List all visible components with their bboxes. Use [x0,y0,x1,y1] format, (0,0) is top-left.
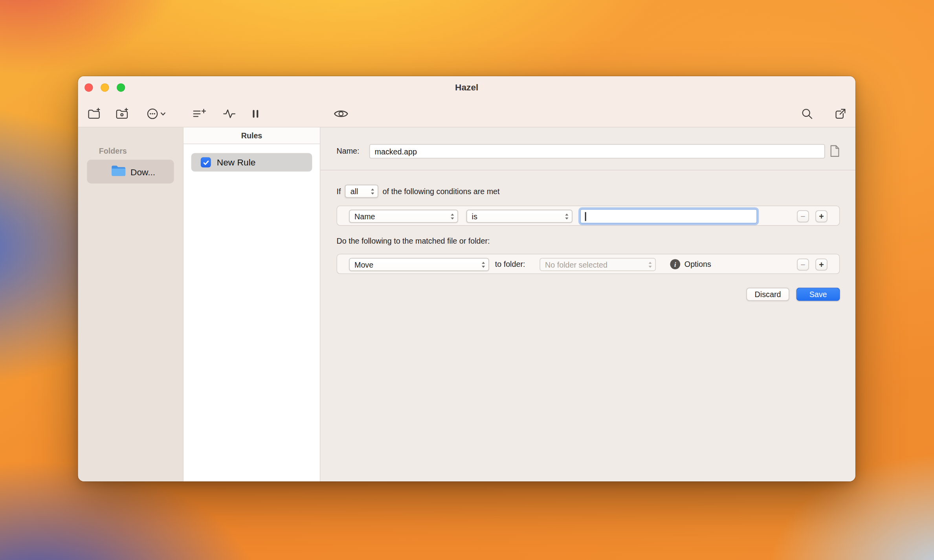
condition-operator-popup[interactable]: is [466,210,573,223]
condition-row: Name is − + [337,206,840,226]
action-verb-value: Move [354,260,373,269]
add-rule-button[interactable] [189,104,210,123]
condition-operator-value: is [472,212,477,221]
rule-editor-pane: Name: If all of the following conditions… [321,127,855,481]
preview-button[interactable] [330,104,352,123]
search-button[interactable] [798,104,817,123]
sidebar-item-downloads[interactable]: Dow... [87,160,174,184]
rule-document-icon[interactable] [830,145,840,160]
conditions-prefix: If [337,187,341,196]
destination-folder-value: No folder selected [545,260,607,269]
new-folder-icon [87,106,101,121]
chevron-up-down-icon [450,212,455,220]
folder-icon [111,164,126,179]
pause-button[interactable] [247,104,264,123]
condition-attribute-popup[interactable]: Name [349,210,458,223]
info-icon[interactable]: i [670,259,680,269]
open-external-icon [833,107,847,121]
chevron-up-down-icon [481,261,486,268]
remove-condition-button[interactable]: − [797,210,809,222]
condition-attribute-value: Name [354,212,375,221]
actions-heading: Do the following to the matched file or … [337,237,490,246]
rule-list-item[interactable]: New Rule [191,153,312,172]
rule-name-field-label: Name: [337,147,360,156]
new-rule-icon [192,106,207,121]
to-folder-label: to folder: [495,260,525,269]
action-options-label[interactable]: Options [684,260,711,269]
discard-button[interactable]: Discard [746,288,789,301]
match-mode-value: all [350,187,358,196]
remove-action-button[interactable]: − [797,259,809,270]
hazel-window: Hazel [78,76,855,481]
folders-heading: Folders [99,147,127,156]
folder-actions-menu-button[interactable] [143,104,170,123]
folders-sidebar: Folders Dow... [78,127,183,481]
chevron-up-down-icon [371,187,375,195]
match-mode-popup[interactable]: all [345,185,378,198]
sidebar-item-label: Dow... [130,167,155,177]
window-chrome: Hazel [78,76,855,127]
open-external-button[interactable] [830,104,850,123]
activity-icon [222,106,236,121]
desktop-wallpaper: Hazel [0,0,934,560]
toolbar [78,100,855,128]
pause-icon [250,106,261,121]
add-action-button[interactable]: + [815,259,827,270]
rules-list-column: Rules New Rule [183,127,320,481]
rule-enabled-checkbox[interactable] [201,157,211,167]
window-title: Hazel [78,82,855,92]
chevron-up-down-icon [565,212,569,220]
save-button[interactable]: Save [796,288,840,301]
action-row: Move to folder: No folder selected i Opt… [337,254,840,274]
condition-value-input[interactable] [580,209,757,223]
activity-button[interactable] [220,104,239,123]
rule-name-input[interactable] [369,144,825,158]
editor-divider [321,170,855,171]
action-verb-popup[interactable]: Move [349,258,489,271]
destination-folder-popup[interactable]: No folder selected [539,258,656,271]
conditions-header-row: If all of the following conditions are m… [337,185,500,198]
rules-list-header: Rules [183,127,320,144]
chevron-up-down-icon [648,261,652,268]
add-folder-button[interactable] [84,104,104,123]
preview-eye-icon [333,106,349,121]
add-condition-button[interactable]: + [815,210,827,222]
add-smart-folder-button[interactable] [113,104,132,123]
text-caret [585,212,586,221]
conditions-suffix: of the following conditions are met [383,187,500,196]
new-smart-folder-icon [115,106,129,121]
rule-name-label: New Rule [217,157,256,167]
more-actions-menu-icon [146,106,167,121]
search-icon [800,107,813,120]
